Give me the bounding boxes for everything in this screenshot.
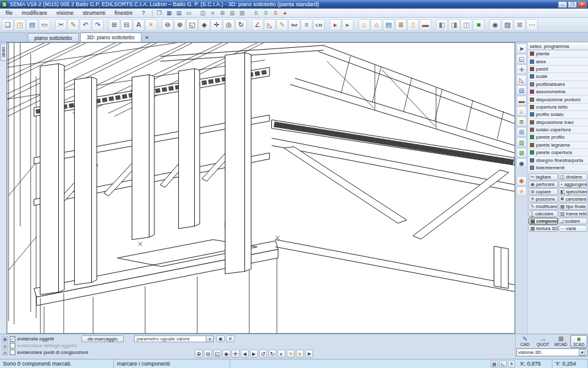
chevron-down-icon[interactable]: ▾ — [579, 349, 586, 356]
house-red-icon[interactable]: ⌂ — [371, 19, 382, 31]
list-tool-icon[interactable]: ▥ — [516, 137, 527, 147]
refresh-icon[interactable]: ↻ — [235, 19, 247, 31]
nav-zoom-all-icon[interactable]: ◈ — [222, 350, 230, 358]
trama-tetto-button[interactable]: ▨ trama tetto — [559, 210, 588, 217]
status-angle-icon[interactable]: ◺ — [499, 361, 507, 367]
stairs-tool-icon[interactable]: ≣ — [516, 117, 527, 126]
nav-sun-icon[interactable]: ☀ — [287, 350, 295, 358]
mode-quot-button[interactable]: ↔ QUOT — [534, 335, 551, 348]
tab-piano-sottotetto[interactable]: piano sottotetto — [28, 33, 79, 42]
parameter-dropdown-icon[interactable]: ▾ — [206, 335, 214, 342]
highlight-details-checkbox[interactable] — [10, 343, 15, 348]
aggiungere-button[interactable]: + aggiungere — [559, 181, 588, 188]
zoom-all-icon[interactable]: ◈ — [198, 19, 210, 31]
perforare-button[interactable]: ◉ perforare — [529, 181, 558, 188]
flag-green-icon[interactable]: ▸ — [342, 19, 353, 31]
camera-icon[interactable]: ◉ — [489, 19, 501, 31]
tagliare-button[interactable]: ✂ tagliare — [529, 174, 558, 180]
mode-mcad-button[interactable]: ⊞ MCAD — [552, 335, 570, 348]
chart-icon[interactable]: ▧ — [238, 9, 247, 17]
nav-shade-icon[interactable]: ◐ — [277, 350, 285, 358]
menu-item[interactable]: modificare — [18, 10, 52, 16]
highlight-objects-checkbox[interactable]: ✓ — [10, 336, 15, 342]
tab-close-icon[interactable]: ✕ — [143, 33, 151, 42]
open-icon[interactable]: ◳ — [14, 19, 26, 31]
zoom-out-icon[interactable]: ⊖ — [162, 19, 173, 31]
grid-icon[interactable]: ⊞ — [218, 9, 227, 17]
specchiare-button[interactable]: ◧ specchiare — [559, 188, 588, 195]
program-list-item[interactable]: parete legname — [528, 142, 588, 149]
program-list-item[interactable]: disposizione puntoni — [528, 96, 588, 103]
nav-zoom-out-icon[interactable]: ⊖ — [204, 350, 212, 358]
mode-cad-button[interactable]: ✎ CAD — [516, 335, 533, 348]
calcolare-button[interactable]: ∑ calcolare — [529, 210, 558, 217]
door-icon[interactable]: ▯ — [407, 19, 419, 31]
nav-prev-icon[interactable]: ◄ — [241, 350, 249, 358]
help-tab[interactable]: aiuto — [0, 43, 7, 61]
maximize-button[interactable]: ❐ — [568, 1, 577, 8]
columns-icon[interactable]: ◫ — [198, 9, 208, 17]
panel-icon[interactable]: ◫ — [461, 19, 472, 31]
zoom-window-icon[interactable]: ◱ — [186, 19, 198, 31]
textura-3d-button[interactable]: ▩ textura 3D — [529, 225, 558, 232]
transform-tool-icon[interactable]: ✱ — [516, 176, 527, 186]
view-mode-select[interactable]: visione-3D ▾ — [516, 348, 587, 356]
zoom-tool-icon[interactable]: ◱ — [516, 54, 527, 64]
doc-add-icon[interactable]: ⊞ — [108, 19, 120, 31]
measure-tool-icon[interactable]: ◺ — [516, 75, 527, 85]
scale-ratio-icon[interactable]: 1,31 — [313, 19, 325, 31]
dxf-icon[interactable]: Dxf — [288, 19, 300, 31]
more-icon[interactable]: ⋯ — [526, 19, 538, 31]
print-icon[interactable]: ▭ — [184, 9, 194, 17]
smartpart-edit-icon[interactable]: S — [262, 9, 271, 17]
undo-icon[interactable]: ↶ — [80, 19, 91, 31]
program-list-item[interactable]: parete copertura — [528, 149, 588, 156]
triangle-ruler-icon[interactable]: ◺ — [264, 19, 276, 31]
cube-green-icon[interactable]: ■ — [473, 19, 484, 31]
house-orange-icon[interactable]: ⌂ — [358, 19, 370, 31]
tab-3d-piano-sottotetto[interactable]: 3D: piano sottotetto — [80, 33, 141, 42]
list-icon[interactable]: ≡ — [208, 9, 217, 17]
program-list-item[interactable]: scale — [528, 73, 588, 80]
report-icon[interactable]: ▥ — [228, 9, 237, 17]
beam-icon[interactable]: ▬ — [420, 19, 431, 31]
cut-icon[interactable]: ✂ — [55, 19, 67, 31]
beam-tool-icon[interactable]: ▬ — [516, 96, 527, 105]
target-icon[interactable]: ◎ — [223, 19, 235, 31]
program-list-item[interactable]: liste/elementi — [528, 164, 588, 172]
highlight-objects-icon[interactable]: ▣ — [2, 336, 8, 342]
program-list-item[interactable]: disegno finestra/porta — [528, 156, 588, 164]
minimize-button[interactable]: – — [558, 1, 567, 8]
varie-button[interactable]: ⋯ varie — [559, 225, 588, 232]
pencil-icon[interactable]: ✎ — [276, 19, 288, 31]
componenti-button[interactable]: ▤ componenti — [529, 218, 558, 224]
find-text-icon[interactable]: A — [133, 19, 145, 31]
cube-left-icon[interactable]: ◧ — [436, 19, 448, 31]
grid3d-tool-icon[interactable]: ⊠ — [516, 148, 527, 158]
run-icon[interactable]: ▸ — [281, 9, 290, 17]
nav-light-icon[interactable]: ● — [296, 350, 304, 358]
layers-icon[interactable]: ≡ — [301, 19, 312, 31]
dividere-button[interactable]: ◫ dividere — [559, 174, 588, 180]
macro-icon[interactable]: S — [271, 9, 281, 17]
stairs-icon[interactable]: ≣ — [395, 19, 407, 31]
close-button[interactable]: ✕ — [578, 1, 587, 8]
program-list-item[interactable]: solaio copertura — [528, 126, 588, 134]
roof-tool-icon[interactable]: ⌂ — [516, 106, 527, 116]
misc-icon[interactable]: ⊠ — [514, 19, 526, 31]
window-tool-icon[interactable]: ⊞ — [516, 127, 527, 137]
param-reset-icon[interactable]: ✕ — [226, 335, 235, 342]
pan-icon[interactable]: ✛ — [211, 19, 222, 31]
sun-tool-icon[interactable]: ☀ — [516, 186, 527, 196]
camera-tool-icon[interactable]: ◉ — [516, 158, 527, 168]
program-list-item[interactable]: profili/abbaini — [528, 81, 588, 88]
cube-right-icon[interactable]: ◨ — [448, 19, 460, 31]
save-icon[interactable]: ▤ — [26, 19, 38, 31]
save-icon[interactable]: ▤ — [175, 9, 184, 17]
flag-red-icon[interactable]: ▸ — [330, 19, 341, 31]
menu-item[interactable]: ? — [138, 10, 149, 16]
menu-item[interactable]: visione — [52, 10, 78, 16]
nav-next-icon[interactable]: ► — [250, 350, 258, 358]
scalare-button[interactable]: ◿ scalare — [559, 218, 588, 224]
program-list-item[interactable]: pareti — [528, 66, 588, 73]
